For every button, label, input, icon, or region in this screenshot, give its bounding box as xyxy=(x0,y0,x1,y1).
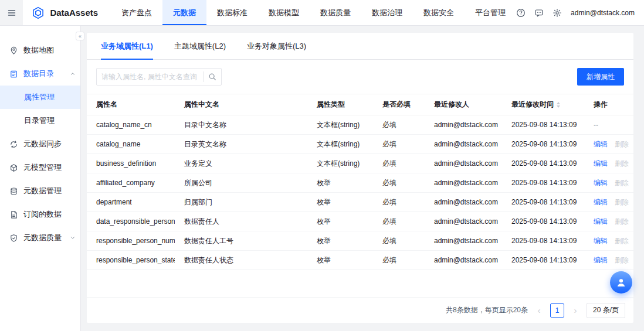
sidebar-subitem[interactable]: 目录管理 xyxy=(0,109,80,132)
pagination-prev-button[interactable]: ‹ xyxy=(533,304,545,317)
topbar-icons xyxy=(516,8,562,18)
sidebar-item-label: 元数据同步 xyxy=(23,139,62,149)
sidebar-subitem[interactable]: 属性管理 xyxy=(0,86,80,109)
delete-link[interactable]: 删除 xyxy=(615,179,629,187)
cell-modified-time: 2025-09-08 14:13:09 xyxy=(502,173,584,193)
table-header-row: 属性名属性中文名属性类型是否必填最近修改人最近修改时间操作 xyxy=(87,94,633,115)
top-nav-item[interactable]: 平台管理 xyxy=(465,0,516,25)
cell-type: 文本框(string) xyxy=(307,135,373,154)
brand: DataAssets xyxy=(23,0,111,25)
page-size-select[interactable]: 20 条/页 xyxy=(587,303,625,318)
cell-actions: 编辑删除 xyxy=(584,135,633,154)
brand-logo-icon xyxy=(31,6,45,20)
database-icon xyxy=(9,187,18,196)
edit-link[interactable]: 编辑 xyxy=(594,159,608,168)
sidebar-item-label: 元数据管理 xyxy=(23,186,62,196)
tab[interactable]: 主题域属性(L2) xyxy=(174,33,226,59)
chevron-down-icon xyxy=(70,235,76,241)
top-nav-item[interactable]: 数据标准 xyxy=(206,0,258,25)
sort-icon[interactable] xyxy=(557,102,560,108)
help-icon[interactable] xyxy=(516,8,526,18)
table-row: affiliated_company所属公司枚举必填admin@dtstack.… xyxy=(87,173,633,193)
assistant-floating-button[interactable] xyxy=(610,271,632,294)
cell-cn-name: 所属公司 xyxy=(175,173,307,193)
top-nav-item[interactable]: 资产盘点 xyxy=(111,0,162,25)
chevron-up-icon xyxy=(70,71,76,77)
cell-name: catalog_name_cn xyxy=(87,115,175,135)
cell-modifier: admin@dtstack.com xyxy=(425,173,502,193)
delete-link[interactable]: 删除 xyxy=(615,217,629,226)
no-action-placeholder: -- xyxy=(594,121,598,129)
cell-actions: 编辑删除 xyxy=(584,251,633,270)
table-row: responsible_person_state数据责任人状态枚举必填admin… xyxy=(87,251,633,270)
tab[interactable]: 业务域属性(L1) xyxy=(101,33,153,59)
sidebar-item[interactable]: 元数据质量 xyxy=(0,226,80,250)
pagination-page-current[interactable]: 1 xyxy=(550,303,564,318)
column-header-label: 操作 xyxy=(594,100,608,108)
cell-modifier: admin@dtstack.com xyxy=(425,231,502,251)
sidebar-item-label: 数据目录 xyxy=(23,69,54,79)
model-icon xyxy=(9,163,18,172)
cell-actions: 编辑删除 xyxy=(584,154,633,173)
edit-link[interactable]: 编辑 xyxy=(594,140,608,148)
column-header-label: 是否必填 xyxy=(382,100,411,108)
cell-actions: 编辑删除 xyxy=(584,231,633,251)
toolbar: 新增属性 xyxy=(87,60,633,94)
search-input[interactable] xyxy=(97,73,203,81)
delete-link[interactable]: 删除 xyxy=(615,198,629,206)
settings-icon[interactable] xyxy=(553,8,562,18)
edit-link[interactable]: 编辑 xyxy=(594,179,608,187)
user-email[interactable]: admin@dtstack.com xyxy=(571,9,635,17)
sidebar-item[interactable]: 订阅的数据 xyxy=(0,203,80,226)
top-nav-item[interactable]: 数据治理 xyxy=(361,0,413,25)
sidebar-item[interactable]: 数据地图 xyxy=(0,39,80,62)
cell-required: 必填 xyxy=(373,115,425,135)
delete-link[interactable]: 删除 xyxy=(615,159,629,168)
column-header-label: 最近修改人 xyxy=(434,100,469,108)
delete-link[interactable]: 删除 xyxy=(615,140,629,148)
top-nav-item[interactable]: 数据安全 xyxy=(413,0,465,25)
top-nav-item[interactable]: 数据质量 xyxy=(310,0,361,25)
top-nav-item[interactable]: 元数据 xyxy=(162,0,206,25)
tab-bar: 业务域属性(L1)主题域属性(L2)业务对象属性(L3) xyxy=(87,33,633,60)
pagination-next-button[interactable]: › xyxy=(569,304,582,317)
cell-cn-name: 目录中文名称 xyxy=(175,115,307,135)
table-row: data_responsible_person数据责任人枚举必填admin@dt… xyxy=(87,212,633,231)
cell-type: 枚举 xyxy=(307,173,373,193)
delete-link[interactable]: 删除 xyxy=(615,237,629,245)
cell-cn-name: 业务定义 xyxy=(175,154,307,173)
edit-link[interactable]: 编辑 xyxy=(594,256,608,264)
sidebar-collapse-button[interactable]: « xyxy=(76,32,84,40)
edit-link[interactable]: 编辑 xyxy=(594,237,608,245)
sidebar-item[interactable]: 元数据管理 xyxy=(0,179,80,203)
sidebar-item[interactable]: 数据目录 xyxy=(0,62,80,86)
cell-type: 文本框(string) xyxy=(307,154,373,173)
hamburger-icon xyxy=(7,8,16,18)
app-root: DataAssets 资产盘点元数据数据标准数据模型数据质量数据治理数据安全平台… xyxy=(0,0,644,331)
message-icon[interactable] xyxy=(534,8,544,18)
sidebar-item[interactable]: 元数据同步 xyxy=(0,132,80,156)
edit-link[interactable]: 编辑 xyxy=(594,198,608,206)
cell-modified-time: 2025-09-08 14:13:09 xyxy=(502,231,584,251)
cell-type: 枚举 xyxy=(307,251,373,270)
cell-modified-time: 2025-09-08 14:13:09 xyxy=(502,193,584,212)
hamburger-menu-button[interactable] xyxy=(0,0,23,25)
topbar-right: admin@dtstack.com xyxy=(516,0,644,25)
edit-link[interactable]: 编辑 xyxy=(594,217,608,226)
column-header[interactable]: 最近修改时间 xyxy=(502,94,584,115)
add-attribute-button[interactable]: 新增属性 xyxy=(577,68,624,86)
tab[interactable]: 业务对象属性(L3) xyxy=(247,33,306,59)
column-header: 是否必填 xyxy=(373,94,425,115)
content-card: 业务域属性(L1)主题域属性(L2)业务对象属性(L3) 新增属性 xyxy=(87,33,633,323)
cell-modified-time: 2025-09-08 14:13:09 xyxy=(502,135,584,154)
cell-name: affiliated_company xyxy=(87,173,175,193)
assistant-icon xyxy=(615,276,628,289)
delete-link[interactable]: 删除 xyxy=(615,256,629,264)
sidebar-item[interactable]: 元模型管理 xyxy=(0,156,80,179)
top-nav-item[interactable]: 数据模型 xyxy=(258,0,310,25)
top-nav: 资产盘点元数据数据标准数据模型数据质量数据治理数据安全平台管理 xyxy=(111,0,516,25)
card-spacer xyxy=(87,270,633,297)
search-icon[interactable] xyxy=(204,69,221,85)
cell-type: 枚举 xyxy=(307,193,373,212)
catalog-icon xyxy=(9,70,18,79)
